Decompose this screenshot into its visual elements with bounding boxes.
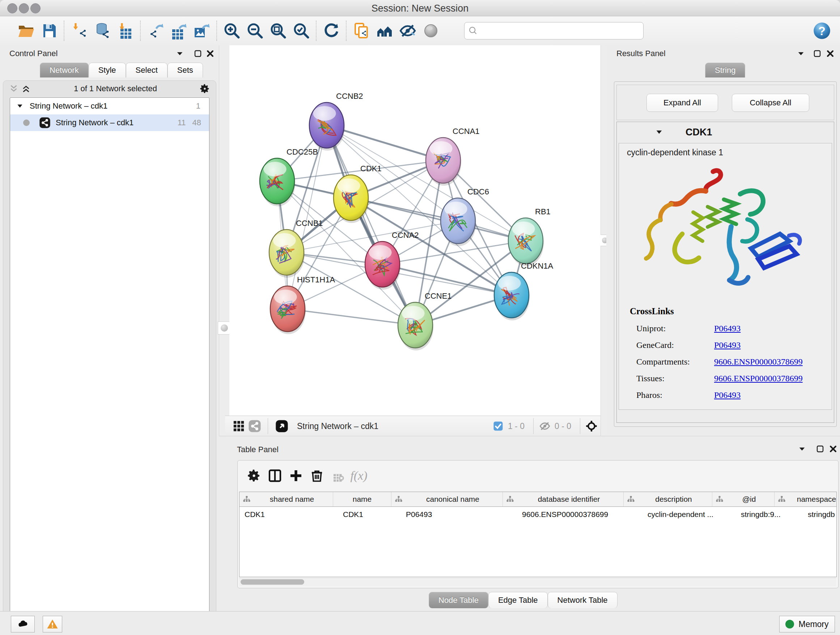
string-homes-button[interactable]: [373, 19, 396, 42]
column-header-shared-name[interactable]: shared name: [240, 492, 333, 507]
table-panel-close-icon[interactable]: [827, 443, 839, 455]
results-panel-menu-icon[interactable]: [795, 48, 807, 60]
open-session-button[interactable]: [14, 19, 38, 42]
cell-canonical-name[interactable]: P06493: [401, 510, 517, 519]
tab-edge-table[interactable]: Edge Table: [488, 592, 548, 608]
crosslink-link[interactable]: P06493: [714, 340, 741, 350]
control-panel-menu-icon[interactable]: [174, 48, 186, 60]
results-panel-float-icon[interactable]: [811, 48, 823, 60]
scrollbar-thumb[interactable]: [240, 579, 304, 585]
zoom-out-button[interactable]: [243, 19, 267, 42]
edge-CDK1-RB1[interactable]: [351, 198, 526, 241]
expand-all-networks-icon[interactable]: [8, 82, 20, 95]
tab-select[interactable]: Select: [126, 63, 167, 78]
section-collapse-icon[interactable]: [653, 126, 665, 138]
show-orb-button[interactable]: [419, 19, 442, 42]
column-header-canonical-name[interactable]: canonical name: [392, 492, 503, 507]
refresh-view-icon: [323, 22, 340, 40]
network-row[interactable]: String Network – cdk1 11 48: [10, 114, 209, 131]
node-CCNE1[interactable]: CCNE1: [398, 291, 452, 350]
tab-node-table[interactable]: Node Table: [429, 592, 488, 608]
collection-expand-icon[interactable]: [14, 100, 26, 112]
tab-sets[interactable]: Sets: [167, 63, 203, 78]
hide-eye-button[interactable]: [396, 19, 419, 42]
cell-database-identifier[interactable]: 9606.ENSP00000378699: [517, 510, 643, 519]
import-network-file-button[interactable]: [68, 19, 91, 42]
table-row[interactable]: CDK1CDK1P064939606.ENSP00000378699cyclin…: [240, 507, 836, 522]
zoom-selected-button[interactable]: [290, 19, 313, 42]
column-header-database-identifier[interactable]: database identifier: [503, 492, 624, 507]
gear-button[interactable]: [243, 466, 264, 486]
network-options-gear-icon[interactable]: [199, 82, 211, 95]
tab-string[interactable]: String: [705, 63, 745, 78]
network-canvas[interactable]: CCNB2CCNA1CDC25BCDK1CDC6RB1CCNB1CCNA2CDK…: [229, 45, 600, 416]
node-RB1[interactable]: RB1: [508, 207, 551, 266]
left-splitter-handle[interactable]: [218, 321, 231, 334]
left-splitter[interactable]: [219, 45, 230, 436]
cdk1-section-header[interactable]: CDK1: [617, 122, 834, 142]
search-input[interactable]: [482, 23, 643, 38]
crosslink-link[interactable]: 9606.ENSP00000378699: [714, 374, 803, 383]
cell-namespace[interactable]: stringdb: [803, 510, 837, 519]
birds-eye-view-icon[interactable]: [273, 420, 291, 432]
show-orb-icon: [422, 22, 439, 40]
column-header-name[interactable]: name: [333, 492, 392, 507]
plus-button[interactable]: [286, 466, 306, 486]
export-table-button[interactable]: [167, 19, 190, 42]
control-panel-float-icon[interactable]: [192, 48, 204, 60]
expand-all-button[interactable]: Expand All: [646, 94, 718, 112]
node-HIST1H1A[interactable]: HIST1H1A: [270, 275, 335, 334]
import-table-button[interactable]: [114, 19, 137, 42]
zoom-fit-button[interactable]: [267, 19, 290, 42]
trash-button[interactable]: [306, 466, 327, 486]
import-network-database-button[interactable]: [91, 19, 114, 42]
collapse-all-button[interactable]: Collapse All: [732, 94, 809, 112]
node-CCNA1[interactable]: CCNA1: [426, 127, 480, 186]
column-header-namespace[interactable]: namespace: [775, 492, 837, 507]
cloud-button[interactable]: [11, 616, 35, 632]
node-CDKN1A[interactable]: CDKN1A: [494, 261, 554, 320]
window-title: Session: New Session: [0, 3, 840, 14]
network-collection-row[interactable]: String Network – cdk1 1: [10, 98, 209, 114]
cell-name[interactable]: CDK1: [338, 510, 401, 519]
duplicate-network-button[interactable]: [350, 19, 373, 42]
table-horizontal-scrollbar[interactable]: [239, 578, 836, 586]
memory-button[interactable]: Memory: [779, 616, 835, 632]
collapse-all-networks-icon[interactable]: [20, 82, 32, 95]
cell--id[interactable]: stringdb:9...: [736, 510, 803, 519]
crosslink-link[interactable]: P06493: [714, 324, 741, 333]
table-panel-menu-icon[interactable]: [796, 443, 808, 455]
hidden-eye-icon[interactable]: [538, 420, 551, 432]
tab-network[interactable]: Network: [40, 63, 88, 78]
export-network-button[interactable]: [144, 19, 167, 42]
results-panel-close-icon[interactable]: [824, 48, 836, 60]
column-header--id[interactable]: @id: [712, 492, 775, 507]
crosslink-link[interactable]: P06493: [714, 390, 741, 400]
columns-button[interactable]: [264, 466, 286, 486]
crosslink-link[interactable]: 9606.ENSP00000378699: [714, 357, 803, 366]
tab-network-table[interactable]: Network Table: [548, 592, 617, 608]
selected-checkbox-icon[interactable]: [492, 420, 504, 432]
column-header-description[interactable]: description: [624, 492, 712, 507]
node-table[interactable]: shared namenamecanonical namedatabase id…: [239, 492, 837, 577]
cell-shared-name[interactable]: CDK1: [240, 510, 338, 519]
grid-view-icon[interactable]: [231, 420, 247, 432]
search-box[interactable]: [464, 22, 644, 40]
string-view-badge-icon[interactable]: [247, 420, 263, 432]
tab-style[interactable]: Style: [88, 63, 126, 78]
node-label-CDC25B: CDC25B: [286, 147, 318, 157]
zoom-in-button[interactable]: [220, 19, 243, 42]
refresh-view-button[interactable]: [320, 19, 343, 42]
control-panel-close-icon[interactable]: [204, 48, 216, 60]
export-image-button[interactable]: [190, 19, 213, 42]
cell-description[interactable]: cyclin-dependent ...: [643, 510, 736, 519]
node-label-CDC6: CDC6: [467, 187, 489, 196]
fit-center-crosshair-icon[interactable]: [585, 420, 598, 432]
warning-button[interactable]: [43, 616, 62, 632]
edge-HIST1H1A-CCNE1[interactable]: [287, 309, 415, 325]
edge-CCNB2-CCNE1[interactable]: [327, 125, 415, 325]
save-session-button[interactable]: [38, 19, 61, 42]
help-button[interactable]: ?: [810, 19, 834, 42]
column-tree-icon: [715, 495, 724, 504]
table-panel-float-icon[interactable]: [814, 443, 826, 455]
